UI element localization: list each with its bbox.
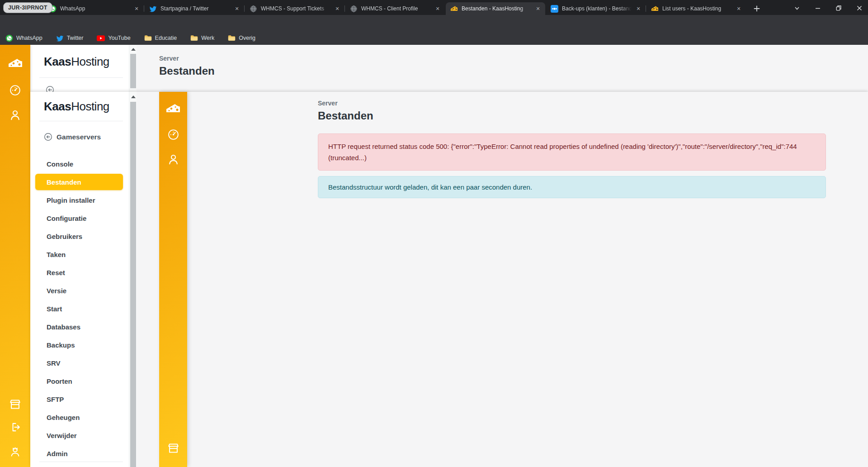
bookmark-item[interactable]: Educatie [144, 35, 177, 41]
tab-close-icon[interactable]: ✕ [635, 5, 642, 12]
browser-tab[interactable]: Bestanden - KaasHosting✕ [446, 2, 545, 15]
tab-close-icon[interactable]: ✕ [334, 5, 341, 12]
browser-tab[interactable]: WHMCS - Client Profile✕ [345, 2, 445, 15]
outer-icon-rail [0, 45, 30, 467]
browser-tab[interactable]: Back-ups (klanten) - Bestande✕ [546, 2, 646, 15]
tab-title: WHMCS - Support Tickets [261, 5, 332, 12]
browser-toolbar: cheesehosting.net/panel/gameservers/serv… [0, 15, 868, 32]
bookmark-label: Educatie [155, 35, 177, 41]
tab-search-chevron-icon[interactable] [791, 4, 803, 13]
minimize-button[interactable] [812, 4, 824, 13]
bookmark-folder-icon [228, 35, 236, 41]
header-eyebrow: Server [318, 100, 373, 107]
brand-bold: Kaas [44, 55, 71, 68]
bookmark-item[interactable]: YouTube [97, 35, 130, 41]
scroll-up-icon[interactable] [131, 48, 136, 51]
tab-favicon-twitter-icon [149, 5, 157, 13]
rail-crown-account-button[interactable] [0, 446, 30, 458]
sidebar-item-admin[interactable]: Admin [30, 444, 129, 462]
scroll-up-icon[interactable] [131, 95, 136, 98]
sidebar-menu: ConsoleBestandenPlugin installerConfigur… [30, 155, 129, 462]
sidebar-item-label: Taken [47, 251, 66, 258]
tab-separator [344, 5, 345, 12]
scrollbar-thumb[interactable] [130, 102, 136, 467]
sidebar-item-bestanden[interactable]: Bestanden [30, 173, 129, 191]
rail-logout-button[interactable] [0, 421, 30, 433]
sidebar-item-start[interactable]: Start [30, 300, 129, 318]
sidebar-item-label: Versie [47, 287, 66, 295]
tab-close-icon[interactable]: ✕ [534, 5, 542, 12]
account-icon [9, 109, 21, 121]
tab-title: List users - KaasHosting [662, 5, 733, 12]
bookmark-whatsapp-icon [5, 34, 13, 42]
tab-favicon-backups-icon [551, 5, 558, 13]
sidebar-item-label: Geheugen [47, 414, 80, 421]
tab-close-icon[interactable]: ✕ [233, 5, 241, 12]
bookmark-label: YouTube [108, 35, 130, 41]
nested-panel: KaasHosting Gameservers ConsoleBestanden… [30, 92, 868, 467]
rail-shop-button[interactable] [159, 442, 187, 455]
sidebar-item-sftp[interactable]: SFTP [30, 390, 129, 408]
sidebar-item-gebruikers[interactable]: Gebruikers [30, 227, 129, 245]
tab-title: Startpagina / Twitter [160, 5, 231, 12]
dashboard-icon [9, 84, 21, 96]
scrollbar-thumb[interactable] [130, 54, 136, 88]
sidebar-item-console[interactable]: Console [30, 155, 129, 173]
logout-icon [9, 421, 21, 433]
divider [39, 121, 123, 121]
rail-cheese-button[interactable] [159, 103, 187, 114]
rail-cheese-button[interactable] [0, 57, 30, 69]
sidebar-item-label: Gebruikers [47, 233, 82, 240]
new-tab-button[interactable] [751, 3, 762, 14]
sidebar-item-label: Backups [47, 341, 75, 349]
bookmark-label: WhatsApp [16, 35, 42, 41]
rail-shop-button[interactable] [0, 398, 30, 411]
tab-title: WhatsApp [60, 5, 131, 12]
sidebar-item-reset[interactable]: Reset [30, 263, 129, 281]
outer-page-header: Server Bestanden [159, 55, 215, 77]
sidebar-item-label: Start [47, 305, 62, 313]
dashboard-icon [167, 129, 179, 141]
restore-button[interactable] [833, 4, 844, 13]
error-alert: HTTP request returned status code 500: {… [318, 133, 826, 171]
cheese-icon [165, 103, 181, 114]
sidebar-item-taken[interactable]: Taken [30, 245, 129, 263]
cheese-icon [8, 57, 23, 69]
bookmark-item[interactable]: Overig [228, 35, 255, 41]
sidebar-item-databases[interactable]: Databases [30, 318, 129, 336]
sidebar-item-plugin-installer[interactable]: Plugin installer [30, 191, 129, 209]
tab-separator [144, 5, 144, 12]
browser-tab[interactable]: WHMCS - Support Tickets✕ [245, 2, 344, 15]
sidebar-item-label: Bestanden [47, 178, 81, 186]
brand-logo: KaasHosting [44, 55, 109, 69]
close-window-button[interactable] [854, 4, 865, 13]
bookmark-item[interactable]: WhatsApp [5, 34, 42, 42]
tab-close-icon[interactable]: ✕ [735, 5, 742, 12]
bookmark-label: Twitter [67, 35, 84, 41]
tab-favicon-cheese-fav-icon [651, 5, 659, 13]
sidebar-item-poorten[interactable]: Poorten [30, 372, 129, 390]
sidebar-item-verwijder[interactable]: Verwijder [30, 426, 129, 444]
sidebar-item-backups[interactable]: Backups [30, 336, 129, 354]
rail-account-button[interactable] [0, 109, 30, 121]
bookmark-item[interactable]: Twitter [56, 34, 84, 42]
sidebar-item-label: Reset [47, 269, 65, 276]
browser-tab[interactable]: WhatsApp✕ [44, 2, 144, 15]
browser-tab[interactable]: Startpagina / Twitter✕ [145, 2, 244, 15]
sidebar-item-configuratie[interactable]: Configuratie [30, 209, 129, 227]
sidebar-item-versie[interactable]: Versie [30, 281, 129, 300]
tab-close-icon[interactable]: ✕ [434, 5, 441, 12]
nested-scrollbar[interactable] [129, 92, 137, 467]
bookmark-item[interactable]: Werk [190, 35, 214, 41]
page-title: Bestanden [159, 65, 215, 77]
browser-tab[interactable]: List users - KaasHosting✕ [646, 2, 746, 15]
tab-close-icon[interactable]: ✕ [133, 5, 140, 12]
sidebar-item-label: Verwijder [47, 432, 77, 439]
back-to-gameservers-link[interactable]: Gameservers [44, 133, 101, 141]
crown-account-icon [9, 446, 21, 458]
rail-dashboard-button[interactable] [159, 129, 187, 141]
sidebar-item-geheugen[interactable]: Geheugen [30, 408, 129, 426]
sidebar-item-srv[interactable]: SRV [30, 354, 129, 372]
rail-account-button[interactable] [159, 153, 187, 166]
rail-dashboard-button[interactable] [0, 84, 30, 96]
